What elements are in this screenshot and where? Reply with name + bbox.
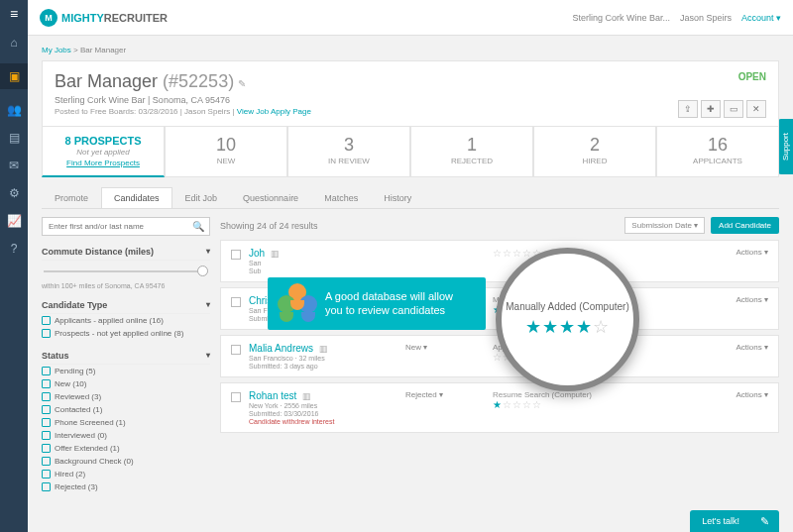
home-icon[interactable]: ⌂ xyxy=(0,36,28,50)
stat-hired[interactable]: 2HIRED xyxy=(533,127,656,177)
candidate-name[interactable]: Malia Andrews xyxy=(249,343,313,354)
close-icon[interactable]: ✕ xyxy=(746,100,766,118)
checkbox-icon[interactable] xyxy=(42,431,51,440)
filter-checkbox[interactable]: New (10) xyxy=(42,377,210,390)
job-title: Bar Manager xyxy=(55,71,158,91)
help-icon[interactable]: ? xyxy=(0,242,28,256)
chat-icon: ✎ xyxy=(760,515,769,528)
document-icon[interactable]: ▥ xyxy=(299,391,311,401)
actions-menu[interactable]: Actions ▾ xyxy=(736,295,768,304)
filter-status-header[interactable]: Status xyxy=(42,351,69,361)
row-checkbox[interactable] xyxy=(231,345,241,355)
actions-menu[interactable]: Actions ▾ xyxy=(736,390,768,399)
stat-new[interactable]: 10NEW xyxy=(165,127,287,177)
archive-icon[interactable]: ▭ xyxy=(724,100,743,118)
tab-candidates[interactable]: Candidates xyxy=(101,187,172,208)
candidate-row[interactable]: Joh ▥SanSub☆☆☆☆☆Actions ▾ xyxy=(220,240,779,282)
people-icon[interactable]: 👥 xyxy=(0,103,28,117)
filter-checkbox[interactable]: Interviewed (0) xyxy=(42,429,210,442)
filter-checkbox[interactable]: Applicants - applied online (16) xyxy=(42,314,210,327)
stat-review[interactable]: 3IN REVIEW xyxy=(287,127,410,177)
slider-handle[interactable] xyxy=(197,266,208,276)
add-user-icon[interactable]: ✚ xyxy=(701,100,721,118)
tab-editjob[interactable]: Edit Job xyxy=(172,187,231,208)
checkbox-icon[interactable] xyxy=(42,379,51,388)
tab-promote[interactable]: Promote xyxy=(42,187,101,208)
chat-widget[interactable]: Let's talk! ✎ xyxy=(690,510,779,532)
edit-icon[interactable]: ✎ xyxy=(238,78,246,89)
search-icon[interactable]: 🔍 xyxy=(192,221,204,232)
filter-checkbox[interactable]: Hired (2) xyxy=(42,468,210,480)
commute-slider[interactable] xyxy=(44,270,208,272)
checkbox-icon[interactable] xyxy=(42,405,51,414)
stat-applicants[interactable]: 16APPLICANTS xyxy=(656,127,779,177)
checkbox-icon[interactable] xyxy=(42,418,51,427)
filter-checkbox[interactable]: Pending (5) xyxy=(42,365,210,377)
chat-icon[interactable]: ✉ xyxy=(0,159,28,172)
actions-menu[interactable]: Actions ▾ xyxy=(736,343,768,352)
logo[interactable]: M MIGHTYRECRUITER xyxy=(40,9,168,27)
user-name[interactable]: Jason Speirs xyxy=(680,13,732,23)
status-dropdown[interactable]: New ▾ xyxy=(405,343,485,352)
checkbox-icon[interactable] xyxy=(42,444,51,453)
chevron-down-icon[interactable]: ▾ xyxy=(206,351,210,361)
tab-questionnaire[interactable]: Questionnaire xyxy=(230,187,311,208)
add-candidate-button[interactable]: Add Candidate xyxy=(711,217,779,234)
rating-stars[interactable]: ☆☆☆☆☆ xyxy=(493,248,729,259)
stat-rejected[interactable]: 1REJECTED xyxy=(410,127,533,177)
filter-checkbox[interactable]: Offer Extended (1) xyxy=(42,442,210,455)
hamburger-icon[interactable]: ≡ xyxy=(10,6,18,22)
document-icon[interactable]: ▤ xyxy=(0,131,28,145)
checkbox-icon[interactable] xyxy=(42,316,51,325)
job-posted: Posted to Free Boards: 03/28/2016 | Jaso… xyxy=(55,107,237,116)
tooltip-bubble: A good database will allow you to review… xyxy=(268,277,486,330)
search-input[interactable] xyxy=(42,217,210,236)
filter-commute-header[interactable]: Commute Distance (miles) xyxy=(42,247,154,257)
filter-checkbox[interactable]: Reviewed (3) xyxy=(42,390,210,403)
row-checkbox[interactable] xyxy=(231,392,241,402)
document-icon[interactable]: ▥ xyxy=(268,249,280,259)
settings-icon[interactable]: ⚙ xyxy=(0,186,28,200)
checkbox-icon[interactable] xyxy=(42,392,51,401)
actions-menu[interactable]: Actions ▾ xyxy=(736,248,768,257)
filter-checkbox[interactable]: Phone Screened (1) xyxy=(42,416,210,429)
checkbox-icon[interactable] xyxy=(42,470,51,479)
crumb-myjobs[interactable]: My Jobs xyxy=(42,46,71,54)
briefcase-icon[interactable]: ▣ xyxy=(0,63,28,89)
account-menu[interactable]: Account ▾ xyxy=(741,13,781,23)
candidate-sub: Submitted: 3 days ago xyxy=(249,363,397,370)
find-prospects-link[interactable]: Find More Prospects xyxy=(66,159,140,167)
reports-icon[interactable]: 📈 xyxy=(0,214,28,228)
filter-type-header[interactable]: Candidate Type xyxy=(42,300,107,310)
stat-prospects[interactable]: 8 PROSPECTS Not yet applied Find More Pr… xyxy=(42,127,165,177)
filter-checkbox[interactable]: Rejected (3) xyxy=(42,480,210,493)
chevron-down-icon[interactable]: ▾ xyxy=(206,247,210,257)
candidate-name[interactable]: Joh xyxy=(249,248,265,259)
checkbox-icon[interactable] xyxy=(42,482,51,491)
filter-checkbox[interactable]: Prospects - not yet applied online (8) xyxy=(42,327,210,340)
share-icon[interactable]: ⇪ xyxy=(678,100,698,118)
row-checkbox[interactable] xyxy=(231,297,241,307)
candidate-row[interactable]: Rohan test ▥New York · 2556 milesSubmitt… xyxy=(220,382,779,433)
tab-matches[interactable]: Matches xyxy=(311,187,371,208)
filter-checkbox[interactable]: Background Check (0) xyxy=(42,455,210,468)
tab-history[interactable]: History xyxy=(371,187,424,208)
lens-label: Manually Added (Computer) xyxy=(506,301,629,312)
logo-text-2: RECRUITER xyxy=(104,12,168,24)
sort-select[interactable]: Submission Date ▾ xyxy=(624,217,705,234)
document-icon[interactable]: ▥ xyxy=(316,344,328,354)
rating-stars[interactable]: ★☆☆☆☆ xyxy=(493,399,729,410)
candidate-loc: New York · 2556 miles xyxy=(249,402,397,409)
chevron-down-icon[interactable]: ▾ xyxy=(206,300,210,310)
view-apply-link[interactable]: View Job Apply Page xyxy=(237,107,311,116)
candidate-name[interactable]: Rohan test xyxy=(249,390,296,401)
filter-checkbox[interactable]: Contacted (1) xyxy=(42,403,210,416)
checkbox-icon[interactable] xyxy=(42,367,51,375)
checkbox-icon[interactable] xyxy=(42,457,51,466)
row-checkbox[interactable] xyxy=(231,250,241,260)
job-header: Bar Manager (#52253)✎ OPEN Sterling Cork… xyxy=(42,60,779,127)
candidate-sub: Submitted: 03/30/2016 xyxy=(249,410,397,417)
checkbox-icon[interactable] xyxy=(42,329,51,338)
company-name[interactable]: Sterling Cork Wine Bar... xyxy=(572,13,670,23)
status-dropdown[interactable]: Rejected ▾ xyxy=(405,390,485,399)
